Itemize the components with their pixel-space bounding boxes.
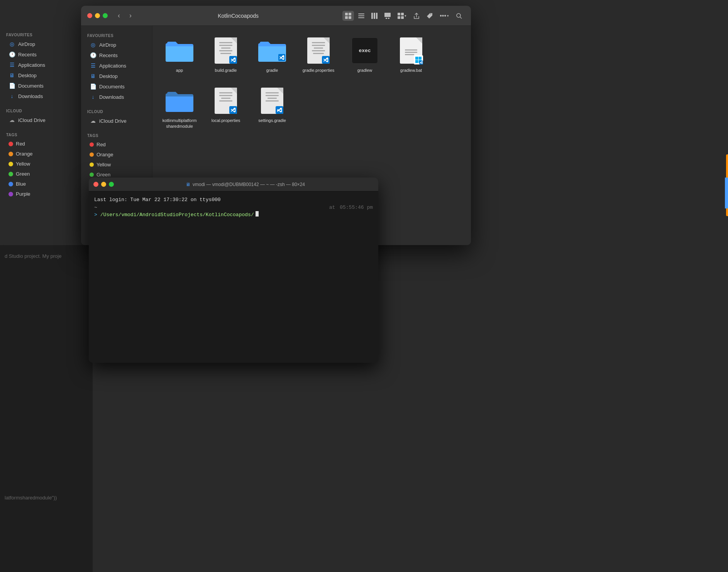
folder-svg-2: [258, 39, 286, 62]
more-dots-icon: •••: [440, 12, 446, 19]
forward-button[interactable]: ›: [127, 10, 134, 21]
svg-rect-15: [398, 16, 400, 19]
vscode-badge-3: [229, 106, 237, 114]
view-columns-button[interactable]: [369, 11, 380, 21]
minimize-button[interactable]: [95, 13, 100, 18]
view-list-button[interactable]: [356, 11, 367, 21]
sidebar-favourites-label: Favourites: [81, 30, 152, 39]
orange-tag-dot: [8, 152, 13, 156]
bottom-text-1: d Studio project. My proje: [5, 253, 88, 260]
recents-icon: 🕐: [90, 52, 97, 58]
vscode-badge: [229, 56, 237, 64]
sidebar-item-tag-purple[interactable]: Purple: [2, 189, 81, 199]
tag-label: Red: [16, 141, 25, 147]
sidebar-recents-label: Recents: [99, 52, 118, 58]
file-item-gradle-properties[interactable]: gradle.properties: [299, 34, 338, 76]
svg-rect-2: [345, 16, 348, 19]
vscode-badge-2: [322, 56, 330, 64]
group-button[interactable]: ▾: [395, 11, 409, 21]
back-button[interactable]: ‹: [115, 10, 122, 21]
sidebar-applications[interactable]: ☰ Applications: [83, 61, 150, 71]
sidebar-tag-orange[interactable]: Orange: [83, 150, 150, 159]
tag-label: Blue: [16, 181, 26, 187]
view-gallery-button[interactable]: [382, 11, 393, 21]
file-item-gradlew[interactable]: exec gradlew: [345, 34, 384, 76]
icloud-label: iCloud: [81, 107, 152, 115]
file-name-gradle: gradle: [266, 68, 278, 73]
sidebar-tag-red[interactable]: Red: [83, 140, 150, 149]
sidebar-item-tag-orange[interactable]: Orange: [2, 149, 81, 159]
icloud-section-label: iCloud: [0, 106, 83, 115]
svg-rect-22: [419, 57, 422, 60]
sidebar-item-applications[interactable]: ☰ Applications: [2, 60, 81, 70]
sidebar-item-airdrop[interactable]: ◎ AirDrop: [2, 39, 81, 49]
svg-rect-0: [345, 13, 348, 15]
svg-rect-13: [398, 13, 400, 15]
tags-section-label: Tags: [0, 130, 83, 139]
sidebar-item-recents[interactable]: 🕐 Recents: [2, 49, 81, 59]
terminal-command-line: > /Users/vmodi/AndroidStudioProjects/Kot…: [94, 211, 373, 219]
maximize-button[interactable]: [103, 13, 108, 18]
file-item-gradle[interactable]: gradle: [253, 34, 291, 76]
sidebar-item-desktop[interactable]: 🖥 Desktop: [2, 70, 81, 80]
tags-label: Tags: [81, 130, 152, 139]
airdrop-icon: ◎: [90, 42, 97, 48]
columns-view-icon: [371, 13, 378, 19]
sidebar-item-tag-blue[interactable]: Blue: [2, 179, 81, 189]
sidebar-icloud-drive[interactable]: ☁ iCloud Drive: [83, 116, 150, 126]
left-sidebar-panel: Favourites ◎ AirDrop 🕐 Recents ☰ Applica…: [0, 6, 83, 245]
sidebar-airdrop-label: AirDrop: [99, 42, 116, 48]
file-item-local-properties[interactable]: local.properties: [207, 84, 245, 132]
desktop-icon: 🖥: [90, 73, 97, 79]
terminal-titlebar: 🖥 vmodi — vmodi@DUBMB00142 — ~ — -zsh — …: [89, 178, 378, 191]
kotlinmodule-icon: [166, 87, 193, 115]
applications-icon: ☰: [8, 62, 15, 68]
terminal-title: 🖥 vmodi — vmodi@DUBMB00142 — ~ — -zsh — …: [117, 182, 374, 187]
search-button[interactable]: [453, 11, 465, 21]
tag-button[interactable]: [424, 11, 435, 21]
icloud-icon: ☁: [8, 117, 15, 123]
svg-point-18: [457, 14, 461, 17]
sidebar-item-tag-red[interactable]: Red: [2, 139, 81, 149]
sidebar-airdrop[interactable]: ◎ AirDrop: [83, 40, 150, 50]
sidebar-item-tag-yellow[interactable]: Yellow: [2, 159, 81, 169]
documents-icon: 📄: [8, 83, 15, 89]
red-tag-dot: [8, 142, 13, 146]
more-button[interactable]: ••• ▾: [437, 10, 452, 21]
sidebar-desktop[interactable]: 🖥 Desktop: [83, 71, 150, 81]
sidebar-documents[interactable]: 📄 Documents: [83, 81, 150, 91]
file-item-app[interactable]: app: [160, 34, 199, 76]
sidebar-item-tag-green[interactable]: Green: [2, 169, 81, 179]
sidebar-item-icloud-drive[interactable]: ☁ iCloud Drive: [2, 115, 81, 125]
toolbar-icons: ▾ ••• ▾: [342, 10, 465, 21]
sidebar-downloads[interactable]: ↓ Downloads: [83, 92, 150, 102]
vscode-badge-4: [276, 106, 283, 114]
exec-icon: exec: [352, 37, 378, 64]
sidebar-item-downloads[interactable]: ↓ Downloads: [2, 91, 81, 101]
recents-icon: 🕐: [8, 51, 15, 58]
share-button[interactable]: [411, 10, 422, 21]
sidebar-item-documents[interactable]: 📄 Documents: [2, 81, 81, 91]
terminal-login-line: Last login: Tue Mar 22 17:30:22 on ttys0…: [94, 196, 373, 204]
file-name-settings-gradle: settings.gradle: [258, 118, 286, 123]
file-item-build-gradle[interactable]: build.gradle: [207, 34, 245, 76]
terminal-minimize-button[interactable]: [101, 182, 106, 187]
bottom-panel: d Studio project. My proje latformshared…: [0, 245, 93, 572]
file-item-gradlew-bat[interactable]: gradlew.bat: [392, 34, 430, 76]
search-icon: [456, 13, 462, 19]
terminal-maximize-button[interactable]: [109, 182, 114, 187]
terminal-close-button[interactable]: [93, 182, 98, 187]
close-button[interactable]: [87, 13, 92, 18]
file-item-kotlinmodule[interactable]: kotlinmultiplatformsharedmodule: [160, 84, 199, 132]
finder-toolbar: ‹ › KotlinCocoapods: [81, 6, 471, 26]
file-name-gradlew-bat: gradlew.bat: [400, 68, 422, 73]
view-icon-grid-button[interactable]: [342, 11, 354, 21]
terminal-body[interactable]: Last login: Tue Mar 22 17:30:22 on ttys0…: [89, 191, 378, 363]
svg-line-19: [460, 17, 462, 19]
terminal-path: /Users/vmodi/AndroidStudioProjects/Kotli…: [100, 211, 254, 219]
sidebar-recents[interactable]: 🕐 Recents: [83, 50, 150, 60]
sidebar-tag-yellow[interactable]: Yellow: [83, 160, 150, 169]
file-item-settings-gradle[interactable]: settings.gradle: [253, 84, 291, 132]
terminal-at-label: at: [329, 205, 335, 210]
gradle-properties-icon: [305, 37, 332, 64]
